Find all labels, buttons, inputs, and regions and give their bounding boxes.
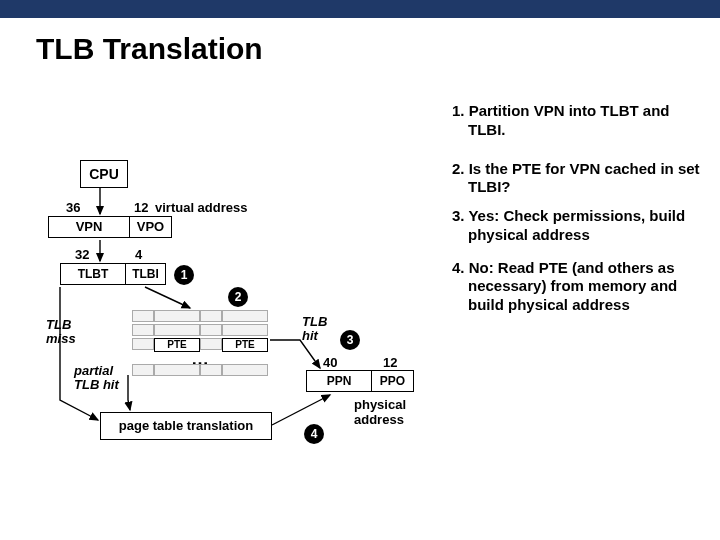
diagram-canvas: CPU 36 12 virtual address VPN VPO 32 4 T… <box>0 0 720 540</box>
arrows-svg <box>0 0 720 540</box>
svg-line-2 <box>145 287 190 308</box>
